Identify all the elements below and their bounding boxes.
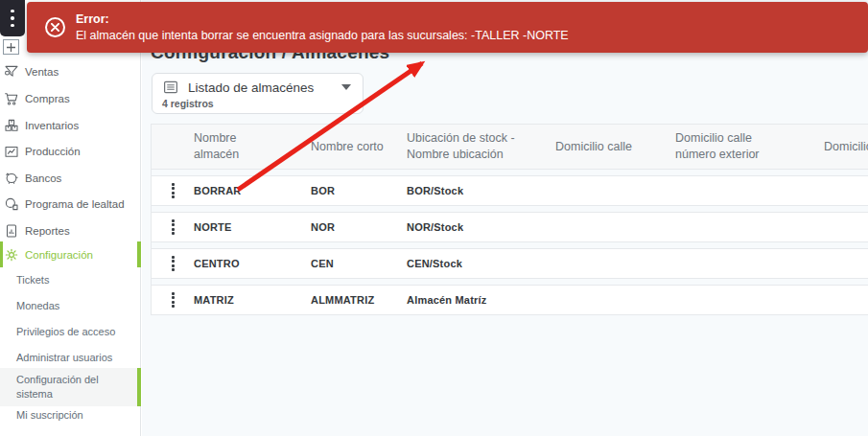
sidebar-item-configuracion[interactable]: Configuración: [0, 241, 141, 267]
cell-ubicacion: Almacén Matríz: [407, 294, 555, 306]
sidebar-item-label: Compras: [25, 93, 70, 104]
boxes-icon: [3, 117, 20, 134]
main-content: Configuración / Almacenes Listado de alm…: [142, 0, 868, 436]
toast-title: Error:: [76, 12, 569, 26]
error-toast: Error: El almacén que intenta borrar se …: [27, 2, 868, 53]
table-row[interactable]: NORTE NOR NOR/Stock: [152, 212, 868, 242]
error-circle-x-icon: [45, 17, 65, 37]
sidebar-subitem-mi-suscripcion[interactable]: Mi suscripción: [0, 403, 140, 426]
table-row[interactable]: CENTRO CEN CEN/Stock: [152, 248, 868, 279]
sidebar-item-compras[interactable]: Compras: [0, 85, 141, 111]
toast-message: El almacén que intenta borrar se encuent…: [76, 29, 569, 42]
cell-ubicacion: CEN/Stock: [407, 258, 555, 269]
list-icon: [162, 79, 179, 96]
factory-icon: [3, 143, 20, 160]
active-subitem-right-bar: [137, 368, 141, 406]
cell-nombre-corto: BOR: [311, 185, 407, 196]
sidebar-item-reportes[interactable]: Reportes: [0, 218, 141, 243]
cell-ubicacion: NOR/Stock: [407, 221, 555, 233]
cell-nombre-almacen: NORTE: [194, 221, 311, 233]
sidebar-item-label: Producción: [25, 146, 81, 157]
column-header-nombre-corto: Nombre corto: [311, 140, 384, 153]
sidebar-subitem-monedas[interactable]: Monedas: [0, 294, 140, 317]
table-row[interactable]: BORRAR BOR BOR/Stock: [152, 175, 868, 206]
cart-icon: [3, 90, 20, 107]
table-header-row: Nombre almacén Nombre corto Ubicación de…: [152, 124, 868, 170]
sidebar-subitem-privilegios-de-acceso[interactable]: Privilegios de acceso: [0, 320, 140, 343]
row-menu-icon[interactable]: [168, 179, 178, 203]
navbar-kebab-icon[interactable]: [0, 0, 25, 36]
warehouse-table: Nombre almacén Nombre corto Ubicación de…: [151, 124, 868, 315]
sidebar-item-label: Reportes: [25, 225, 70, 237]
sidebar-item-inventarios[interactable]: Inventarios: [0, 112, 141, 138]
list-selector-dropdown[interactable]: Listado de almacénes 4 registros: [152, 73, 364, 114]
cell-nombre-corto: CEN: [311, 258, 407, 269]
cell-nombre-almacen: CENTRO: [194, 258, 311, 269]
sidebar-item-label: Ventas: [25, 66, 59, 78]
report-icon: [3, 222, 20, 240]
row-menu-icon[interactable]: [168, 288, 178, 312]
column-header-numero-exterior: Domicilio calle número exterior: [675, 130, 786, 163]
sidebar-item-label: Inventarios: [25, 120, 79, 131]
row-menu-icon[interactable]: [168, 216, 178, 240]
cell-nombre-corto: NOR: [311, 221, 407, 233]
piggy-bank-icon: [3, 170, 20, 187]
chevron-down-icon[interactable]: [341, 84, 351, 90]
row-menu-icon[interactable]: [168, 252, 178, 276]
sidebar: Ventas Compras Inventarios Producción: [0, 0, 141, 436]
table-row[interactable]: MATRIZ ALMMATRIZ Almacén Matríz: [152, 285, 868, 315]
sidebar-item-bancos[interactable]: Bancos: [0, 165, 141, 191]
sidebar-item-produccion[interactable]: Producción: [0, 138, 141, 164]
cell-nombre-corto: ALMMATRIZ: [311, 294, 407, 306]
column-header-ubicacion: Ubicación de stock - Nombre ubicación: [407, 130, 531, 163]
funnel-icon: [3, 63, 20, 80]
sidebar-item-label: Programa de lealtad: [25, 198, 125, 210]
sidebar-item-ventas[interactable]: Ventas: [0, 58, 141, 84]
sidebar-subitem-administrar-usuarios[interactable]: Administrar usuarios: [0, 346, 140, 369]
cell-ubicacion: BOR/Stock: [407, 185, 555, 196]
loyalty-badge-icon: [3, 195, 20, 213]
sidebar-subitem-modulos[interactable]: Módulos: [0, 428, 140, 436]
sidebar-item-label: Configuración: [25, 249, 93, 261]
sidebar-subitem-tickets[interactable]: Tickets: [0, 268, 140, 291]
sidebar-item-programa-de-lealtad[interactable]: Programa de lealtad: [0, 191, 141, 217]
cell-nombre-almacen: BORRAR: [194, 185, 311, 196]
record-count: 4 registros: [152, 96, 363, 109]
column-header-domicilio: Domicilio: [824, 140, 868, 153]
column-header-domicilio-calle: Domicilio calle: [555, 140, 632, 153]
sidebar-subitem-configuracion-del-sistema[interactable]: Configuración del sistema: [0, 368, 140, 406]
sidebar-item-label: Bancos: [25, 172, 61, 184]
column-header-nombre-almacen: Nombre almacén: [194, 130, 263, 163]
active-item-left-bar: [0, 241, 3, 267]
active-item-right-bar: [137, 241, 141, 267]
list-selector-label: Listado de almacénes: [188, 80, 333, 95]
cell-nombre-almacen: MATRIZ: [194, 294, 311, 306]
gear-icon: [3, 246, 20, 264]
expand-plus-icon[interactable]: [3, 39, 19, 55]
